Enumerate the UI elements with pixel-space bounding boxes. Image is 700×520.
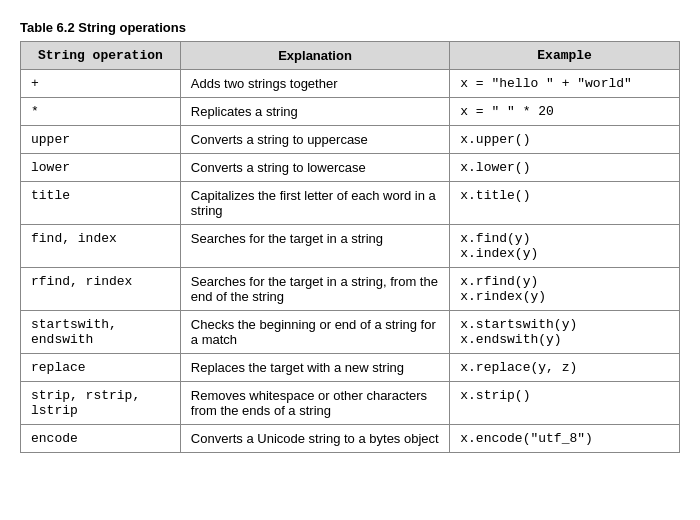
cell-explanation: Removes whitespace or other characters f… xyxy=(180,382,449,425)
cell-example: x.title() xyxy=(450,182,680,225)
cell-operation: rfind, rindex xyxy=(21,268,181,311)
table-row: strip, rstrip, lstripRemoves whitespace … xyxy=(21,382,680,425)
cell-example: x.encode("utf_8") xyxy=(450,425,680,453)
cell-explanation: Capitalizes the first letter of each wor… xyxy=(180,182,449,225)
cell-operation: startswith, endswith xyxy=(21,311,181,354)
cell-operation: title xyxy=(21,182,181,225)
table-row: find, indexSearches for the target in a … xyxy=(21,225,680,268)
cell-example: x = " " * 20 xyxy=(450,98,680,126)
cell-operation: * xyxy=(21,98,181,126)
cell-example: x.lower() xyxy=(450,154,680,182)
table-row: encodeConverts a Unicode string to a byt… xyxy=(21,425,680,453)
string-operations-table: String operation Explanation Example +Ad… xyxy=(20,41,680,453)
cell-explanation: Converts a string to lowercase xyxy=(180,154,449,182)
cell-example: x = "hello " + "world" xyxy=(450,70,680,98)
cell-example: x.find(y) x.index(y) xyxy=(450,225,680,268)
cell-operation: find, index xyxy=(21,225,181,268)
col-header-explanation: Explanation xyxy=(180,42,449,70)
cell-example: x.strip() xyxy=(450,382,680,425)
table-title: Table 6.2 String operations xyxy=(20,20,680,35)
table-row: rfind, rindexSearches for the target in … xyxy=(21,268,680,311)
table-row: *Replicates a stringx = " " * 20 xyxy=(21,98,680,126)
cell-operation: replace xyxy=(21,354,181,382)
table-row: upperConverts a string to uppercasex.upp… xyxy=(21,126,680,154)
cell-operation: lower xyxy=(21,154,181,182)
table-row: replaceReplaces the target with a new st… xyxy=(21,354,680,382)
cell-operation: upper xyxy=(21,126,181,154)
cell-explanation: Converts a Unicode string to a bytes obj… xyxy=(180,425,449,453)
table-row: titleCapitalizes the first letter of eac… xyxy=(21,182,680,225)
table-row: lowerConverts a string to lowercasex.low… xyxy=(21,154,680,182)
col-header-operation: String operation xyxy=(21,42,181,70)
cell-explanation: Searches for the target in a string xyxy=(180,225,449,268)
cell-example: x.replace(y, z) xyxy=(450,354,680,382)
cell-explanation: Replaces the target with a new string xyxy=(180,354,449,382)
table-row: startswith, endswithChecks the beginning… xyxy=(21,311,680,354)
cell-explanation: Adds two strings together xyxy=(180,70,449,98)
table-row: +Adds two strings togetherx = "hello " +… xyxy=(21,70,680,98)
cell-example: x.startswith(y) x.endswith(y) xyxy=(450,311,680,354)
col-header-example: Example xyxy=(450,42,680,70)
cell-operation: encode xyxy=(21,425,181,453)
cell-example: x.rfind(y) x.rindex(y) xyxy=(450,268,680,311)
cell-example: x.upper() xyxy=(450,126,680,154)
cell-explanation: Checks the beginning or end of a string … xyxy=(180,311,449,354)
cell-operation: + xyxy=(21,70,181,98)
cell-explanation: Searches for the target in a string, fro… xyxy=(180,268,449,311)
cell-operation: strip, rstrip, lstrip xyxy=(21,382,181,425)
cell-explanation: Replicates a string xyxy=(180,98,449,126)
cell-explanation: Converts a string to uppercase xyxy=(180,126,449,154)
